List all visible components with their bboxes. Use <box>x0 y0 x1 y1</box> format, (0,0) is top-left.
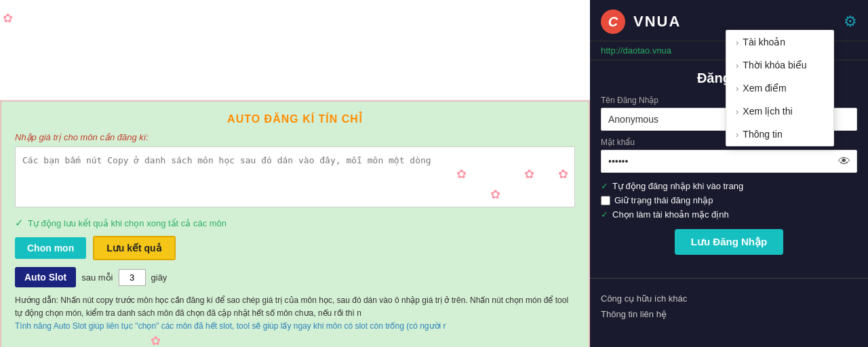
password-row: 👁 <box>601 150 857 173</box>
autoslot-row: Auto Slot sau mỗi giây <box>15 267 575 287</box>
eye-icon[interactable]: 👁 <box>838 155 850 169</box>
option-auto-login: ✓ Tự động đăng nhập khi vào trang <box>601 181 857 191</box>
keep-login-label: Giữ trạng thái đăng nhập <box>614 195 713 205</box>
menu-item-xemdiem[interactable]: › Xem điểm <box>726 77 833 100</box>
option-default-account: ✓ Chọn làm tài khoản mặc định <box>601 209 857 220</box>
gear-icon[interactable]: ⚙ <box>844 13 857 30</box>
instruction-text-1: Hướng dẫn: Nhấn nút copy trước môn học c… <box>15 294 575 320</box>
menu-label-taikhoan: Tài khoản <box>743 37 785 47</box>
flower-decoration-2: ✿ <box>456 167 467 182</box>
luu-ket-qua-button[interactable]: Lưu kết quả <box>93 236 175 260</box>
flower-decoration-1: ✿ <box>3 11 13 26</box>
dropdown-menu: › Tài khoản › Thời khóa biểu › Xem điểm … <box>726 30 834 146</box>
site-title: VNUA <box>633 13 835 30</box>
menu-arrow-5: › <box>736 129 738 140</box>
autoslot-label-before: sau mỗi <box>81 272 113 283</box>
login-button[interactable]: Lưu Đăng Nhập <box>675 229 783 255</box>
default-account-label: Chọn làm tài khoản mặc định <box>612 209 729 220</box>
menu-label-xemlichchi: Xem lịch thi <box>743 106 792 117</box>
menu-label-thongtin: Thông tin <box>743 129 782 140</box>
instruction-text-2: Tính năng Auto Slot giúp liên tục "chọn"… <box>15 320 575 333</box>
menu-arrow-2: › <box>736 60 738 70</box>
auto-save-text: Tự động lưu kết quả khi chọn xong tất cả… <box>28 218 226 228</box>
menu-arrow-3: › <box>736 83 738 94</box>
flower-decoration-4: ✿ <box>558 167 568 182</box>
auto-login-check: ✓ <box>601 181 608 191</box>
footer-link-contact[interactable]: Thông tin liên hệ <box>601 306 857 322</box>
menu-label-xemdiem: Xem điểm <box>743 83 786 94</box>
flower-decoration-3: ✿ <box>524 167 534 182</box>
vnua-logo: C <box>601 9 625 34</box>
buttons-row: Chon mon Lưu kết quả <box>15 236 575 260</box>
top-white-area: ✿ <box>0 0 590 100</box>
panel-title: AUTO ĐĂNG KÍ TÍN CHỈ <box>15 113 575 125</box>
menu-item-thoikhoabieu[interactable]: › Thời khóa biểu <box>726 54 833 77</box>
autoslot-label-after: giây <box>151 272 167 283</box>
keep-login-checkbox[interactable] <box>601 196 610 205</box>
main-panel: AUTO ĐĂNG KÍ TÍN CHỈ Nhập giá trị cho mô… <box>0 100 590 347</box>
menu-arrow-1: › <box>736 37 738 47</box>
chon-mon-button[interactable]: Chon mon <box>15 237 86 259</box>
option-keep-login: Giữ trạng thái đăng nhập <box>601 195 857 205</box>
menu-item-taikhoan[interactable]: › Tài khoản <box>726 30 833 54</box>
auto-save-row: ✓ Tự động lưu kết quả khi chọn xong tất … <box>15 217 575 229</box>
password-input[interactable] <box>601 150 857 173</box>
autoslot-seconds-input[interactable] <box>119 269 146 286</box>
auto-slot-button[interactable]: Auto Slot <box>15 267 76 287</box>
right-panel: C VNUA ⚙ › Tài khoản › Thời khóa biểu › … <box>590 0 868 347</box>
check-icon: ✓ <box>15 217 24 229</box>
default-account-check: ✓ <box>601 209 608 220</box>
auto-login-label: Tự động đăng nhập khi vào trang <box>612 181 743 191</box>
footer-links: Công cụ hữu ích khác Thông tin liên hệ <box>590 285 868 328</box>
menu-arrow-4: › <box>736 106 738 117</box>
divider <box>590 278 868 279</box>
menu-item-thongtin[interactable]: › Thông tin <box>726 123 833 146</box>
menu-item-xemlichchi[interactable]: › Xem lịch thi <box>726 100 833 123</box>
flower-decoration-5: ✿ <box>490 187 500 202</box>
footer-link-tools[interactable]: Công cụ hữu ích khác <box>601 291 857 306</box>
left-area: ✿ AUTO ĐĂNG KÍ TÍN CHỈ Nhập giá trị cho … <box>0 0 590 347</box>
flower-decoration-6: ✿ <box>151 334 161 347</box>
input-label: Nhập giá trị cho môn cần đăng kí: <box>15 132 575 142</box>
menu-label-thoikhoabieu: Thời khóa biểu <box>743 60 806 70</box>
